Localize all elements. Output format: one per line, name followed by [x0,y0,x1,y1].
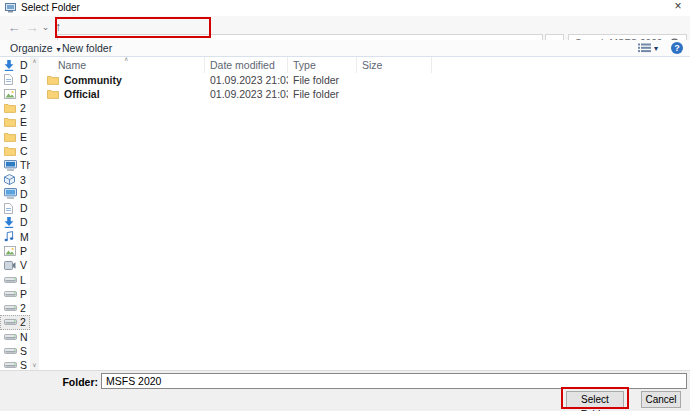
column-header-date-modified[interactable]: Date modified [205,57,288,73]
new-folder-label: New folder [62,42,112,54]
back-icon[interactable]: ← [6,16,22,40]
thispc-icon [4,160,18,171]
file-name: Official [64,87,100,101]
drive-icon [4,305,18,311]
sidebar-item-label: 2 [18,102,26,114]
videos-icon [4,261,18,270]
sidebar-item[interactable]: S [0,358,30,369]
sidebar-item[interactable]: M [0,230,30,244]
file-type: File folder [288,87,357,101]
sidebar-item[interactable]: D [0,187,30,201]
sidebar-item[interactable]: L [0,272,30,286]
sidebar-item[interactable]: 2 [0,315,30,329]
table-row[interactable]: Official 01.09.2023 21:03 File folder [39,87,690,101]
folder-icon [47,75,59,85]
help-icon[interactable]: ? [671,42,683,54]
file-size [357,87,432,101]
sidebar-item[interactable]: Th [0,158,30,172]
sidebar-item[interactable]: P [0,287,30,301]
file-size [357,73,432,87]
organize-menu[interactable]: Organize▾ [10,41,61,56]
sidebar-item-label: 2 [18,302,26,314]
window-title: Select Folder [21,2,80,13]
table-row[interactable]: Community 01.09.2023 21:03 File folder [39,73,690,87]
threed-icon [4,174,18,185]
sidebar-item[interactable]: D [0,58,30,72]
drive-icon [4,348,18,354]
chevron-down-icon: ▾ [651,44,658,53]
sidebar-item-label: N [18,331,28,343]
sidebar-item[interactable]: D [0,201,30,215]
sidebar-item-label: V [18,259,27,271]
file-type: File folder [288,73,357,87]
sidebar-item-label: 3 [18,174,26,186]
scroll-up-icon[interactable]: ∧ [30,57,39,66]
command-toolbar: Organize▾ New folder ▾ ? [0,40,690,57]
sidebar-item-label: Th [18,159,30,171]
sidebar-item-label: S [18,345,27,357]
file-list: ∧ NameDate modifiedTypeSize Community 01… [39,57,690,370]
sidebar-item[interactable]: C [0,144,30,158]
download-icon [4,217,18,228]
folder-icon [4,103,18,113]
organize-label: Organize [10,42,53,54]
sidebar-item[interactable]: E [0,115,30,129]
recent-locations-icon[interactable]: ⌄ [40,16,51,40]
folder-icon [4,132,18,142]
sidebar-item[interactable]: 2 [0,301,30,315]
sidebar: D D P 2 E E C Th 3 D D D M P V [0,58,30,369]
sidebar-item[interactable]: V [0,258,30,272]
footer-bar: Folder: Select Folder Cancel [0,370,690,411]
file-date-modified: 01.09.2023 21:03 [205,87,288,101]
sidebar-item[interactable]: E [0,129,30,143]
pictures-icon [4,89,18,99]
sidebar-item[interactable]: N [0,330,30,344]
sidebar-item[interactable]: D [0,72,30,86]
file-date-modified: 01.09.2023 21:03 [205,73,288,87]
new-folder-button[interactable]: New folder [62,41,112,56]
sidebar-item-label: P [18,288,27,300]
folder-icon [4,146,18,156]
sidebar-item-label: P [18,245,27,257]
navigation-bar: ← → ⌄ ↑ ›This PC›2TB (H:)›MSFS 2020 ⌄ ↻ … [0,16,690,40]
sidebar-item-label: M [18,231,29,243]
drive-icon [4,277,18,283]
sidebar-item-label: D [18,202,28,214]
sidebar-item[interactable]: P [0,244,30,258]
sidebar-item-label: E [18,131,27,143]
file-name: Community [64,73,122,87]
drive-icon [4,362,18,368]
column-header-size[interactable]: Size [357,57,432,73]
main-area: D D P 2 E E C Th 3 D D D M P V [0,57,690,370]
change-view-button[interactable]: ▾ [638,43,658,53]
sidebar-item-label: D [18,59,28,71]
forward-icon[interactable]: → [24,16,40,40]
sidebar-item[interactable]: S [0,344,30,358]
drive-icon [4,319,18,325]
column-header-name[interactable]: Name [39,57,205,73]
folder-label: Folder: [0,376,98,388]
sidebar-item[interactable]: D [0,215,30,229]
sidebar-item-label: E [18,116,27,128]
select-folder-dialog: Select Folder × ← → ⌄ ↑ ›This PC›2TB (H:… [0,0,690,411]
sidebar-item[interactable]: 2 [0,101,30,115]
folder-name-input[interactable] [101,373,687,389]
sidebar-item[interactable]: 3 [0,172,30,186]
sidebar-scrollbar[interactable]: ∧ ∨ [30,57,39,370]
drive-icon [4,334,18,340]
scroll-down-icon[interactable]: ∨ [30,361,39,370]
sidebar-item-label: P [18,88,27,100]
sidebar-item-label: D [18,73,28,85]
sidebar-item-label: L [18,274,26,286]
column-header-type[interactable]: Type [288,57,357,73]
folder-icon [4,117,18,127]
chevron-down-icon: ▾ [53,45,61,54]
cancel-button[interactable]: Cancel [641,391,681,408]
sidebar-item[interactable]: P [0,87,30,101]
file-rows: Community 01.09.2023 21:03 File folder O… [39,73,690,101]
drive-icon [4,291,18,297]
close-icon[interactable]: × [670,0,686,14]
sidebar-item-label: C [18,145,28,157]
music-icon [4,231,18,242]
select-folder-button[interactable]: Select Folder [566,391,624,408]
